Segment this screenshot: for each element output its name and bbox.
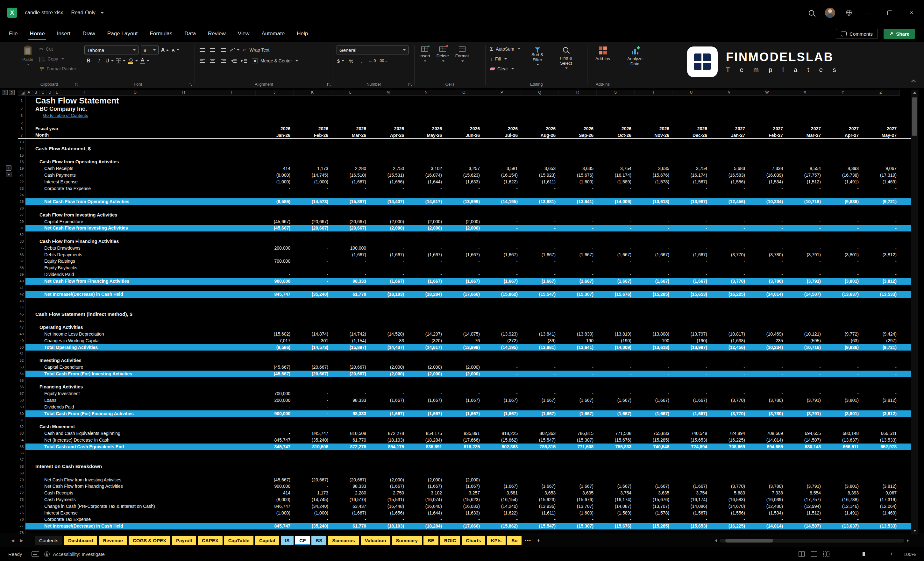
sheet-cell[interactable]: (1,567): [672, 510, 710, 516]
sort-filter-button[interactable]: Sort & Filter: [525, 45, 550, 73]
sheet-cell[interactable]: (14,507): [786, 437, 824, 444]
sheet-cell[interactable]: Jan-27: [710, 132, 748, 138]
page-break-view-icon[interactable]: [824, 552, 830, 556]
sheet-cell[interactable]: 2026: [521, 126, 559, 132]
sheet-cell[interactable]: (13,881): [521, 198, 559, 205]
sheet-cell[interactable]: May-26: [407, 132, 445, 138]
sheet-nav-right-icon[interactable]: ▶: [17, 538, 26, 543]
sheet-cell[interactable]: (13,618): [634, 344, 672, 351]
sheet-cell[interactable]: -: [710, 364, 748, 370]
row-number-66[interactable]: 66: [18, 450, 26, 457]
sheet-cell[interactable]: 3,635: [634, 490, 672, 496]
tab-splitter[interactable]: [545, 537, 545, 544]
sheet-cell[interactable]: -: [710, 390, 748, 397]
row-label[interactable]: Cash Flow Statement (indirect method), $: [26, 311, 256, 318]
sheet-cell[interactable]: (2,000): [445, 225, 483, 231]
table-of-contents-link[interactable]: Go to Table of Contents: [43, 112, 88, 119]
sheet-cell[interactable]: -: [294, 258, 332, 265]
sheet-cell[interactable]: -: [521, 364, 559, 370]
sheet-cell[interactable]: -: [824, 370, 862, 377]
sheet-cell[interactable]: (14,009): [597, 344, 634, 351]
sheet-cell[interactable]: (190): [597, 338, 634, 344]
row-label-empty[interactable]: [26, 351, 256, 357]
sheet-cell[interactable]: (1,469): [862, 178, 900, 185]
horizontal-scrollbar[interactable]: [715, 539, 909, 543]
sheet-cell[interactable]: -: [294, 245, 332, 252]
increase-indent-button[interactable]: [240, 57, 248, 65]
sheet-cell[interactable]: (15,897): [332, 344, 369, 351]
sheet-cell[interactable]: (16,154): [483, 172, 521, 178]
sheet-cell[interactable]: -: [748, 390, 786, 397]
row-label-empty[interactable]: [26, 152, 256, 159]
sheet-tab-capex[interactable]: CAPEX: [198, 536, 222, 545]
increase-decimal-button[interactable]: ←.0: [368, 57, 376, 65]
sheet-cell[interactable]: -: [634, 477, 672, 483]
sheet-cell[interactable]: (1,491): [824, 510, 862, 516]
sheet-cell[interactable]: (20,667): [294, 370, 332, 377]
sheet-cell[interactable]: 3,635: [634, 165, 672, 172]
sheet-cell[interactable]: (14,437): [369, 198, 407, 205]
sheet-cell[interactable]: -: [634, 218, 672, 225]
sheet-cell[interactable]: -: [332, 185, 369, 192]
row-label-empty[interactable]: [26, 530, 256, 534]
sheet-cell[interactable]: -: [483, 404, 521, 410]
row-number-78[interactable]: 78: [18, 530, 26, 534]
orientation-button[interactable]: [230, 46, 240, 54]
sheet-cell[interactable]: (14,573): [294, 198, 332, 205]
row-number-42[interactable]: 42: [18, 291, 26, 298]
sheet-cell[interactable]: 755,833: [597, 444, 634, 450]
sheet-cell[interactable]: (1,667): [634, 397, 672, 404]
row-number-73[interactable]: 73: [18, 496, 26, 503]
sheet-cell[interactable]: (14,617): [407, 344, 445, 351]
sheet-cell[interactable]: 3,102: [407, 165, 445, 172]
sheet-cell[interactable]: (1,667): [559, 483, 597, 490]
find-select-button[interactable]: Find & Select: [554, 45, 579, 73]
sheet-cell[interactable]: 1,173: [294, 165, 332, 172]
sheet-cell[interactable]: 2026: [559, 126, 597, 132]
sheet-cell[interactable]: (1,667): [559, 410, 597, 417]
sheet-cell[interactable]: (1,512): [786, 178, 824, 185]
row-number-29[interactable]: 29: [18, 218, 26, 225]
sheet-cell[interactable]: -: [748, 271, 786, 278]
row-label[interactable]: Financing Activities: [26, 384, 256, 390]
sheet-cell[interactable]: (13,618): [634, 198, 672, 205]
scroll-down-icon[interactable]: [911, 528, 918, 534]
sheet-cell[interactable]: (15,547): [521, 523, 559, 530]
sheet-cell[interactable]: (1,491): [824, 178, 862, 185]
analyze-data-button[interactable]: Analyze Data: [621, 45, 648, 68]
sheet-cell[interactable]: 700,000: [256, 258, 294, 265]
sheet-tab-capital[interactable]: Capital: [255, 536, 279, 545]
sheet-cell[interactable]: Feb-27: [748, 132, 786, 138]
row-label[interactable]: Net Cash Flow from Financing Activities: [26, 278, 256, 285]
sheet-cell[interactable]: -: [483, 370, 521, 377]
sheet-cell[interactable]: (3,780): [748, 278, 786, 285]
sheet-cell[interactable]: (3,770): [710, 278, 748, 285]
column-header-W[interactable]: W: [748, 90, 786, 96]
row-number-31[interactable]: 31: [18, 225, 26, 231]
sheet-cell[interactable]: -: [672, 364, 710, 370]
row-label[interactable]: Operating Activities: [26, 324, 256, 331]
sheet-cell[interactable]: 771,508: [559, 444, 597, 450]
sheet-cell[interactable]: (1,667): [521, 252, 559, 258]
sheet-cell[interactable]: 3,581: [483, 165, 521, 172]
sheet-cell[interactable]: -: [597, 185, 634, 192]
sheet-cell[interactable]: -: [672, 265, 710, 271]
sheet-cell[interactable]: (18,103): [369, 291, 407, 298]
sheet-cell[interactable]: 2,750: [369, 490, 407, 496]
sheet-cell[interactable]: 2027: [748, 126, 786, 132]
sheet-cell[interactable]: (2,000): [407, 477, 445, 483]
sheet-cell[interactable]: (35,240): [294, 437, 332, 444]
sheet-cell[interactable]: (1,667): [369, 410, 407, 417]
sheet-cell[interactable]: (14,437): [369, 344, 407, 351]
sheet-cell[interactable]: (15,923): [521, 496, 559, 503]
clear-button[interactable]: Clear: [489, 64, 522, 73]
sheet-cell[interactable]: -: [748, 245, 786, 252]
row-label-empty[interactable]: [26, 304, 256, 311]
normal-view-icon[interactable]: [798, 552, 805, 556]
sheet-tab-revenue[interactable]: Revenue: [99, 536, 127, 545]
sheet-cell[interactable]: (3,770): [710, 252, 748, 258]
sheet-cell[interactable]: 854,175: [369, 444, 407, 450]
sheet-cell[interactable]: (9,836): [824, 344, 862, 351]
sheet-cell[interactable]: (15,676): [597, 523, 634, 530]
column-header-I[interactable]: I: [207, 90, 256, 96]
